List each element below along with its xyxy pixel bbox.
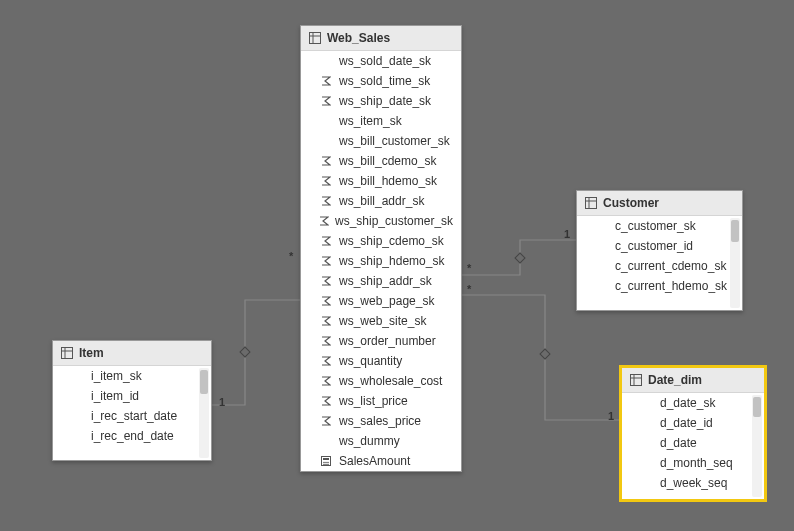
field-name: ws_ship_customer_sk <box>335 214 453 228</box>
scrollbar[interactable] <box>752 395 762 497</box>
sigma-icon <box>319 176 333 186</box>
field-row[interactable]: ws_web_page_sk <box>301 291 461 311</box>
svg-rect-3 <box>310 33 321 44</box>
sigma-icon <box>319 376 333 386</box>
table-item[interactable]: Item i_item_sk i_item_id i_rec_start_dat… <box>52 340 212 461</box>
table-title: Customer <box>603 196 659 210</box>
field-row[interactable]: ws_sales_price <box>301 411 461 431</box>
field-name: ws_sold_time_sk <box>339 74 430 88</box>
field-row[interactable]: ws_list_price <box>301 391 461 411</box>
field-row[interactable]: i_item_sk <box>53 366 211 386</box>
field-name: c_customer_sk <box>615 219 696 233</box>
table-icon <box>61 347 73 359</box>
field-name: ws_ship_cdemo_sk <box>339 234 444 248</box>
field-name: d_month_seq <box>660 456 733 470</box>
field-name: c_customer_id <box>615 239 693 253</box>
sigma-icon <box>319 76 333 86</box>
scrollbar-thumb[interactable] <box>200 370 208 394</box>
field-row[interactable]: i_rec_start_date <box>53 406 211 426</box>
svg-rect-17 <box>631 375 642 386</box>
field-row[interactable]: ws_wholesale_cost <box>301 371 461 391</box>
table-title: Date_dim <box>648 373 702 387</box>
cardinality-label: 1 <box>608 410 614 422</box>
table-date-dim[interactable]: Date_dim d_date_sk d_date_id d_date d_mo… <box>620 366 766 501</box>
field-row[interactable]: c_customer_sk <box>577 216 742 236</box>
table-header[interactable]: Web_Sales <box>301 26 461 51</box>
sigma-icon <box>319 96 333 106</box>
model-canvas[interactable]: 1 * * 1 * 1 Item i_item_sk i_item_id i_r… <box>0 0 794 531</box>
field-row[interactable]: ws_ship_customer_sk <box>301 211 461 231</box>
field-name: i_item_sk <box>91 369 142 383</box>
cardinality-label: 1 <box>564 228 570 240</box>
field-list: ws_sold_date_skws_sold_time_skws_ship_da… <box>301 51 461 471</box>
field-row[interactable]: ws_ship_cdemo_sk <box>301 231 461 251</box>
table-header[interactable]: Date_dim <box>622 368 764 393</box>
field-row[interactable]: d_date_sk <box>622 393 764 413</box>
sigma-icon <box>319 316 333 326</box>
svg-point-13 <box>327 464 329 466</box>
field-name: ws_bill_cdemo_sk <box>339 154 436 168</box>
field-row[interactable]: ws_ship_date_sk <box>301 91 461 111</box>
field-name: c_current_cdemo_sk <box>615 259 726 273</box>
table-icon <box>585 197 597 209</box>
field-row[interactable]: ws_sold_date_sk <box>301 51 461 71</box>
field-list: d_date_sk d_date_id d_date d_month_seq d… <box>622 393 764 493</box>
table-customer[interactable]: Customer c_customer_sk c_customer_id c_c… <box>576 190 743 311</box>
scrollbar-thumb[interactable] <box>731 220 739 242</box>
field-row[interactable]: SalesAmount <box>301 451 461 471</box>
field-name: ws_quantity <box>339 354 402 368</box>
field-row[interactable]: ws_bill_addr_sk <box>301 191 461 211</box>
field-row[interactable]: ws_ship_addr_sk <box>301 271 461 291</box>
field-row[interactable]: ws_quantity <box>301 351 461 371</box>
sigma-icon <box>319 276 333 286</box>
svg-rect-0 <box>62 348 73 359</box>
field-row[interactable]: d_month_seq <box>622 453 764 473</box>
cardinality-label: * <box>467 262 471 274</box>
field-name: i_item_id <box>91 389 139 403</box>
field-name: SalesAmount <box>339 454 410 468</box>
field-name: ws_web_site_sk <box>339 314 426 328</box>
relationship-handle[interactable] <box>239 346 250 357</box>
field-row[interactable]: ws_dummy <box>301 431 461 451</box>
field-row[interactable]: d_date <box>622 433 764 453</box>
field-row[interactable]: d_date_id <box>622 413 764 433</box>
field-name: ws_bill_customer_sk <box>339 134 450 148</box>
field-row[interactable]: i_item_id <box>53 386 211 406</box>
field-name: ws_sold_date_sk <box>339 54 431 68</box>
sigma-icon <box>319 216 329 226</box>
field-name: ws_list_price <box>339 394 408 408</box>
field-name: ws_bill_hdemo_sk <box>339 174 437 188</box>
field-row[interactable]: ws_sold_time_sk <box>301 71 461 91</box>
field-row[interactable]: c_current_hdemo_sk <box>577 276 742 296</box>
cardinality-label: 1 <box>219 396 225 408</box>
table-web-sales[interactable]: Web_Sales ws_sold_date_skws_sold_time_sk… <box>300 25 462 472</box>
field-row[interactable]: ws_ship_hdemo_sk <box>301 251 461 271</box>
field-row[interactable]: d_week_seq <box>622 473 764 493</box>
field-list: i_item_sk i_item_id i_rec_start_date i_r… <box>53 366 211 446</box>
field-name: ws_wholesale_cost <box>339 374 442 388</box>
field-row[interactable]: ws_bill_cdemo_sk <box>301 151 461 171</box>
scrollbar-thumb[interactable] <box>753 397 761 417</box>
scrollbar[interactable] <box>199 368 209 458</box>
field-row[interactable]: i_rec_end_date <box>53 426 211 446</box>
field-row[interactable]: ws_bill_hdemo_sk <box>301 171 461 191</box>
table-icon <box>309 32 321 44</box>
field-row[interactable]: ws_order_number <box>301 331 461 351</box>
sigma-icon <box>319 256 333 266</box>
field-row[interactable]: c_customer_id <box>577 236 742 256</box>
field-list: c_customer_sk c_customer_id c_current_cd… <box>577 216 742 296</box>
field-name: ws_bill_addr_sk <box>339 194 424 208</box>
table-header[interactable]: Customer <box>577 191 742 216</box>
sigma-icon <box>319 236 333 246</box>
relationship-handle[interactable] <box>539 348 550 359</box>
field-row[interactable]: c_current_cdemo_sk <box>577 256 742 276</box>
field-row[interactable]: ws_item_sk <box>301 111 461 131</box>
field-name: i_rec_end_date <box>91 429 174 443</box>
table-header[interactable]: Item <box>53 341 211 366</box>
relationship-handle[interactable] <box>514 252 525 263</box>
field-name: ws_item_sk <box>339 114 402 128</box>
sigma-icon <box>319 156 333 166</box>
field-row[interactable]: ws_bill_customer_sk <box>301 131 461 151</box>
field-row[interactable]: ws_web_site_sk <box>301 311 461 331</box>
scrollbar[interactable] <box>730 218 740 308</box>
